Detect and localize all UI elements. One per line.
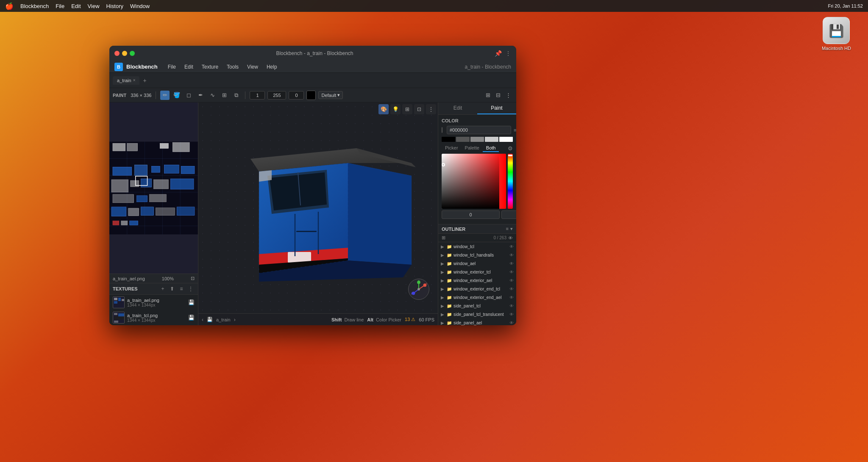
tab-a-train[interactable]: a_train × [113, 76, 139, 85]
texture-size-ael: 1344 × 1344px [127, 303, 186, 307]
color-tab-both[interactable]: Both [483, 144, 499, 152]
outliner-item-window-tcl[interactable]: ▶ 📁 window_tcl 👁 [438, 242, 516, 251]
tab-paint[interactable]: Paint [477, 102, 516, 114]
svg-rect-27 [111, 207, 126, 216]
app-brand: Blockbench [126, 64, 158, 70]
menubar-time: Fri 20, Jan 11:52 [828, 3, 863, 8]
outliner-item-window-exterior-ael[interactable]: ▶ 📁 window_exterior_ael 👁 [438, 276, 516, 285]
menu-tools[interactable]: Tools [223, 63, 242, 71]
more-options[interactable]: ⋮ [504, 91, 513, 100]
menu-file[interactable]: File [164, 63, 179, 71]
eyedropper-tool[interactable]: ✒ [196, 91, 205, 100]
texture-thumb-ael [113, 296, 125, 308]
textures-title: TEXTURES [113, 286, 159, 291]
outliner-expand-btn[interactable]: ▾ [510, 226, 513, 232]
outliner-item-window-exterior-end-ael[interactable]: ▶ 📁 window_exterior_end_ael 👁 [438, 293, 516, 302]
svg-rect-21 [141, 179, 152, 187]
color-section-menu[interactable]: ≡ [514, 127, 516, 133]
outliner-item-window-exterior-end-tcl[interactable]: ▶ 📁 window_exterior_end_tcl 👁 [438, 285, 516, 293]
size-input-1[interactable] [250, 91, 265, 100]
menu-edit[interactable]: Edit [181, 63, 197, 71]
color-tab-palette[interactable]: Palette [462, 144, 483, 152]
menubar-file[interactable]: File [56, 3, 64, 9]
color-settings-icon[interactable]: ⚙ [508, 145, 513, 152]
more-icon[interactable]: ⋮ [505, 50, 511, 57]
maximize-button[interactable] [130, 51, 135, 56]
merge-tool[interactable]: ⧉ [231, 91, 241, 100]
desktop-icon-macintoshhd[interactable]: 💾 Macintosh HD [822, 17, 851, 51]
menubar-window[interactable]: Window [130, 3, 150, 9]
outliner-menu-btn[interactable]: ≡ [506, 226, 509, 232]
textures-menu-btn[interactable]: ≡ [178, 285, 185, 293]
green-input[interactable] [501, 210, 516, 219]
hue-indicator [508, 155, 512, 156]
mode-dropdown[interactable]: Default ▾ [318, 91, 343, 99]
color-tab-picker[interactable]: Picker [442, 144, 462, 152]
tab-close-btn[interactable]: × [133, 78, 136, 83]
nav-next-btn[interactable]: › [234, 317, 236, 323]
size-input-2[interactable] [267, 91, 286, 100]
pencil-tool[interactable]: ✏ [160, 91, 170, 100]
swatch-gray [456, 137, 470, 142]
svg-rect-43 [118, 313, 124, 317]
menu-help[interactable]: Help [263, 63, 281, 71]
apple-menu[interactable]: 🍎 [5, 2, 14, 10]
desktop-icon-image: 💾 [823, 17, 850, 44]
viewport[interactable]: 🎨 💡 ⊞ ⊡ ⋮ [198, 102, 438, 325]
window-title-icons: 📌 ⋮ [495, 50, 511, 57]
tab-add-btn[interactable]: + [143, 77, 146, 84]
menubar-app[interactable]: Blockbench [20, 3, 49, 9]
size-input-3[interactable] [289, 91, 304, 100]
svg-rect-14 [113, 167, 132, 175]
fps-counter: 60 FPS [419, 317, 434, 322]
close-button[interactable] [114, 51, 120, 56]
svg-text:X: X [426, 282, 427, 285]
vp-grid-btn[interactable]: ⊞ [402, 104, 412, 114]
layout-toggle[interactable]: ⊟ [493, 91, 503, 100]
menubar-edit[interactable]: Edit [71, 3, 81, 9]
viewport-bottom-bar: ‹ 💾 a_train › Shift Draw line Alt Color … [198, 313, 438, 325]
menubar-history[interactable]: History [106, 3, 123, 9]
textures-more-btn[interactable]: ⋮ [187, 285, 195, 293]
nav-prev-btn[interactable]: ‹ [202, 317, 203, 323]
red-input[interactable] [442, 210, 500, 219]
color-gradient [442, 154, 506, 209]
pin-icon[interactable]: 📌 [495, 50, 502, 57]
texture-save-tcl[interactable]: 💾 [188, 315, 195, 321]
color-swatch[interactable] [306, 91, 316, 100]
vp-layout-btn[interactable]: ⊡ [414, 104, 424, 114]
clone-tool[interactable]: ⊞ [220, 91, 229, 100]
texture-save-ael[interactable]: 💾 [188, 299, 195, 305]
vp-light-btn[interactable]: 💡 [390, 104, 401, 114]
menu-view[interactable]: View [244, 63, 262, 71]
outliner-vis-toggle[interactable]: 👁 [508, 235, 513, 241]
vp-more-btn[interactable]: ⋮ [426, 104, 436, 114]
texture-filename-bar: a_train_ael.png 100% ⊡ [109, 274, 198, 283]
add-texture-btn[interactable]: + [159, 285, 167, 293]
vp-texture-btn[interactable]: 🎨 [378, 104, 389, 114]
outliner-item-side-panel-tcl-trans[interactable]: ▶ 📁 side_panel_tcl_translucent 👁 [438, 310, 516, 318]
color-hex-input[interactable] [447, 126, 511, 134]
eraser-tool[interactable]: ◻ [184, 91, 193, 100]
import-texture-btn[interactable]: ⬆ [168, 285, 176, 293]
outliner-item-window-tcl-handrails[interactable]: ▶ 📁 window_tcl_handrails 👁 [438, 251, 516, 259]
grid-toggle[interactable]: ⊞ [483, 91, 492, 100]
texture-zoom: 100% [162, 276, 174, 281]
tab-edit[interactable]: Edit [438, 102, 477, 114]
outliner-item-side-panel-ael[interactable]: ▶ 📁 side_panel_ael 👁 [438, 318, 516, 325]
outliner-item-side-panel-tcl[interactable]: ▶ 📁 side_panel_tcl 👁 [438, 302, 516, 310]
menu-texture[interactable]: Texture [198, 63, 222, 71]
texture-canvas[interactable] [109, 102, 198, 274]
outliner-item-window-ael[interactable]: ▶ 📁 window_ael 👁 [438, 259, 516, 268]
color-picker-area[interactable] [442, 154, 513, 209]
smudge-tool[interactable]: ∿ [208, 91, 217, 100]
texture-item-tcl[interactable]: a_train_tcl.png 1344 × 1344px 💾 [109, 310, 198, 325]
texture-fullscreen-icon[interactable]: ⊡ [191, 276, 195, 281]
outliner-item-window-exterior-tcl[interactable]: ▶ 📁 window_exterior_tcl 👁 [438, 268, 516, 276]
fill-tool[interactable]: 🪣 [172, 91, 181, 100]
texture-item-ael[interactable]: a_train_ael.png 1344 × 1344px 💾 [109, 295, 198, 310]
minimize-button[interactable] [122, 51, 127, 56]
hue-slider[interactable] [508, 154, 513, 209]
menubar-right: Fri 20, Jan 11:52 [828, 3, 863, 8]
menubar-view[interactable]: View [88, 3, 100, 9]
